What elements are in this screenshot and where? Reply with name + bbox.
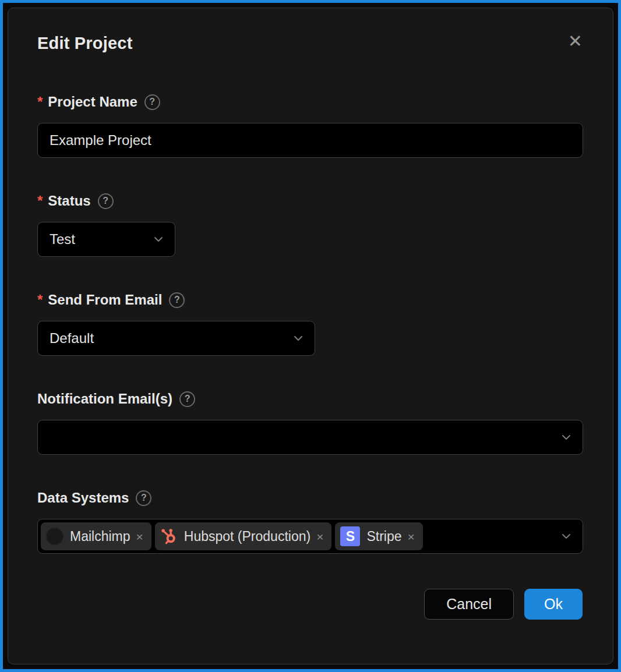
tag-mailchimp: Mailchimp × bbox=[41, 522, 151, 550]
chevron-down-icon bbox=[559, 529, 573, 543]
field-status: * Status ? Test bbox=[37, 193, 583, 257]
field-data-systems: Data Systems ? Mailchimp × bbox=[37, 490, 583, 554]
tag-label: Mailchimp bbox=[70, 529, 130, 544]
ok-button[interactable]: Ok bbox=[524, 589, 583, 620]
field-project-name: * Project Name ? bbox=[37, 94, 583, 158]
chevron-down-icon bbox=[291, 331, 305, 345]
page-background: { "modal": { "title": "Edit Project", "c… bbox=[0, 0, 621, 672]
cancel-button[interactable]: Cancel bbox=[424, 589, 514, 620]
close-icon[interactable]: ✕ bbox=[568, 33, 583, 50]
status-label-row: * Status ? bbox=[37, 193, 583, 209]
help-icon[interactable]: ? bbox=[136, 490, 151, 506]
notification-emails-label: Notification Email(s) bbox=[37, 391, 172, 407]
mailchimp-icon bbox=[46, 528, 63, 545]
project-name-label-row: * Project Name ? bbox=[37, 94, 583, 110]
data-systems-label: Data Systems bbox=[37, 490, 129, 506]
help-icon[interactable]: ? bbox=[98, 193, 114, 209]
required-asterisk: * bbox=[37, 292, 43, 308]
tag-hubspot: Hubspot (Production) × bbox=[155, 522, 332, 550]
status-label: Status bbox=[48, 193, 90, 209]
modal-header: Edit Project ✕ bbox=[37, 34, 583, 53]
notification-emails-select[interactable] bbox=[37, 420, 583, 455]
required-asterisk: * bbox=[37, 94, 43, 110]
remove-tag-icon[interactable]: × bbox=[136, 530, 143, 543]
send-from-email-label: Send From Email bbox=[48, 292, 162, 308]
remove-tag-icon[interactable]: × bbox=[408, 530, 415, 543]
send-from-email-select[interactable]: Default bbox=[37, 321, 315, 356]
send-from-email-label-row: * Send From Email ? bbox=[37, 292, 583, 308]
chevron-down-icon bbox=[559, 430, 573, 444]
edit-project-modal: Edit Project ✕ * Project Name ? * Status… bbox=[8, 8, 613, 664]
send-from-email-selected-value: Default bbox=[50, 330, 94, 346]
help-icon[interactable]: ? bbox=[169, 292, 185, 308]
modal-footer: Cancel Ok bbox=[37, 589, 583, 620]
tag-stripe: S Stripe × bbox=[335, 522, 422, 550]
required-asterisk: * bbox=[37, 193, 43, 209]
project-name-label: Project Name bbox=[48, 94, 137, 110]
help-icon[interactable]: ? bbox=[144, 94, 160, 110]
help-icon[interactable]: ? bbox=[179, 391, 195, 407]
project-name-input[interactable] bbox=[50, 123, 571, 157]
tag-label: Stripe bbox=[366, 529, 401, 544]
hubspot-icon bbox=[160, 528, 178, 545]
field-send-from-email: * Send From Email ? Default bbox=[37, 292, 583, 356]
project-name-input-wrap bbox=[37, 123, 583, 158]
tag-label: Hubspot (Production) bbox=[184, 529, 310, 544]
data-systems-multiselect[interactable]: Mailchimp × Hubspot (Production) × bbox=[37, 519, 583, 554]
remove-tag-icon[interactable]: × bbox=[316, 530, 323, 543]
notification-emails-label-row: Notification Email(s) ? bbox=[37, 391, 583, 407]
modal-title: Edit Project bbox=[37, 34, 133, 53]
field-notification-emails: Notification Email(s) ? bbox=[37, 391, 583, 455]
stripe-icon: S bbox=[340, 526, 360, 546]
status-select[interactable]: Test bbox=[37, 222, 175, 257]
status-selected-value: Test bbox=[50, 231, 75, 247]
data-systems-label-row: Data Systems ? bbox=[37, 490, 583, 506]
chevron-down-icon bbox=[151, 232, 165, 246]
